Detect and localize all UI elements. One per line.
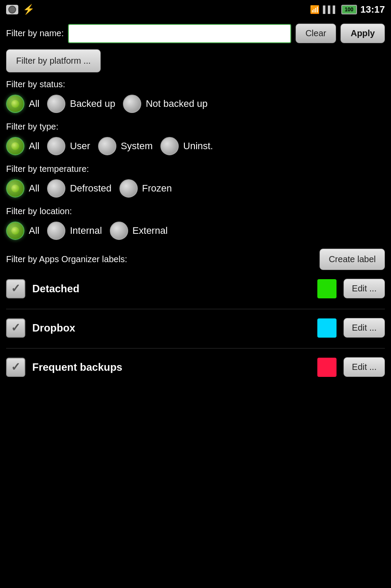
temperature-filter-section: Filter by temperature: All Defrosted Fro…: [6, 164, 385, 198]
temperature-radio-group: All Defrosted Frozen: [6, 179, 385, 198]
label-item-frequent-backups: Frequent backups Edit ...: [6, 357, 385, 377]
status-bar-left: ⚡: [6, 4, 34, 15]
type-option-user[interactable]: User: [47, 137, 90, 155]
label-color-dropbox: [317, 318, 337, 338]
edit-label-dropbox[interactable]: Edit ...: [343, 318, 385, 338]
status-bar: ⚡ 📶 ▌▌▌ 100 13:17: [0, 0, 391, 19]
loc-label-external: External: [133, 225, 168, 236]
wifi-icon: 📶: [310, 5, 320, 14]
signal-icon: ▌▌▌: [323, 6, 338, 14]
label-name-detached: Detached: [32, 283, 310, 295]
type-radio-user[interactable]: [47, 137, 65, 155]
status-bar-right: 📶 ▌▌▌ 100 13:17: [310, 4, 385, 15]
divider-2: [6, 348, 385, 349]
filter-name-row: Filter by name: Clear Apply: [6, 24, 385, 43]
status-label-notbackedup: Not backed up: [146, 98, 207, 109]
labels-section: Filter by Apps Organizer labels: Create …: [6, 249, 385, 377]
labels-section-label: Filter by Apps Organizer labels:: [6, 254, 127, 264]
apply-button[interactable]: Apply: [340, 24, 385, 43]
divider-1: [6, 309, 385, 309]
temp-label-all: All: [29, 183, 39, 194]
status-radio-group: All Backed up Not backed up: [6, 95, 385, 113]
temp-label-defrosted: Defrosted: [70, 183, 111, 194]
type-radio-uninst[interactable]: [160, 137, 179, 155]
battery-icon: 100: [341, 5, 357, 14]
temp-option-frozen[interactable]: Frozen: [119, 179, 172, 198]
type-radio-all[interactable]: [6, 137, 24, 155]
location-radio-group: All Internal External: [6, 222, 385, 240]
edit-label-detached[interactable]: Edit ...: [343, 279, 385, 298]
temperature-filter-label: Filter by temperature:: [6, 164, 385, 174]
status-label-backedup: Backed up: [70, 98, 115, 109]
temp-option-all[interactable]: All: [6, 179, 39, 198]
label-name-frequent-backups: Frequent backups: [32, 361, 310, 373]
type-label-user: User: [70, 140, 90, 152]
temp-radio-defrosted[interactable]: [47, 179, 65, 198]
status-radio-all[interactable]: [6, 95, 24, 113]
create-label-button[interactable]: Create label: [320, 249, 385, 270]
temp-option-defrosted[interactable]: Defrosted: [47, 179, 111, 198]
platform-filter-button[interactable]: Filter by platform ...: [6, 49, 101, 72]
label-color-detached: [317, 279, 337, 298]
filter-name-input[interactable]: [68, 24, 291, 43]
status-option-all[interactable]: All: [6, 95, 39, 113]
usb-icon: ⚡: [23, 4, 34, 15]
status-radio-notbackedup[interactable]: [123, 95, 141, 113]
loc-radio-all[interactable]: [6, 222, 24, 240]
location-filter-label: Filter by location:: [6, 206, 385, 216]
clear-button[interactable]: Clear: [296, 24, 337, 43]
type-filter-label: Filter by type:: [6, 122, 385, 132]
loc-label-internal: Internal: [70, 225, 102, 236]
type-filter-section: Filter by type: All User System Uninst.: [6, 122, 385, 155]
type-label-uninst: Uninst.: [183, 140, 213, 152]
type-label-all: All: [29, 140, 39, 152]
labels-header-row: Filter by Apps Organizer labels: Create …: [6, 249, 385, 270]
loc-radio-internal[interactable]: [47, 222, 65, 240]
label-item-dropbox: Dropbox Edit ...: [6, 318, 385, 338]
label-checkbox-detached[interactable]: [6, 279, 25, 298]
loc-radio-external[interactable]: [110, 222, 128, 240]
main-content: Filter by name: Clear Apply Filter by pl…: [0, 19, 391, 392]
temp-label-frozen: Frozen: [142, 183, 172, 194]
edit-label-frequent-backups[interactable]: Edit ...: [343, 357, 385, 377]
loc-label-all: All: [29, 225, 39, 236]
temp-radio-frozen[interactable]: [119, 179, 138, 198]
loc-option-all[interactable]: All: [6, 222, 39, 240]
filter-name-label: Filter by name:: [6, 28, 64, 38]
loc-option-internal[interactable]: Internal: [47, 222, 102, 240]
camera-icon: [6, 5, 18, 14]
label-checkbox-dropbox[interactable]: [6, 318, 25, 338]
type-radio-group: All User System Uninst.: [6, 137, 385, 155]
status-filter-section: Filter by status: All Backed up Not back…: [6, 79, 385, 113]
label-name-dropbox: Dropbox: [32, 322, 310, 334]
status-radio-backedup[interactable]: [47, 95, 65, 113]
type-option-system[interactable]: System: [98, 137, 153, 155]
label-color-frequent-backups: [317, 358, 337, 377]
type-label-system: System: [121, 140, 153, 152]
label-checkbox-frequent-backups[interactable]: [6, 358, 25, 377]
time-display: 13:17: [360, 4, 385, 15]
type-option-all[interactable]: All: [6, 137, 39, 155]
status-option-notbackedup[interactable]: Not backed up: [123, 95, 207, 113]
label-item-detached: Detached Edit ...: [6, 279, 385, 298]
status-filter-label: Filter by status:: [6, 79, 385, 89]
location-filter-section: Filter by location: All Internal Externa…: [6, 206, 385, 240]
type-radio-system[interactable]: [98, 137, 116, 155]
loc-option-external[interactable]: External: [110, 222, 168, 240]
type-option-uninst[interactable]: Uninst.: [160, 137, 213, 155]
status-label-all: All: [29, 98, 39, 109]
status-option-backedup[interactable]: Backed up: [47, 95, 115, 113]
temp-radio-all[interactable]: [6, 179, 24, 198]
